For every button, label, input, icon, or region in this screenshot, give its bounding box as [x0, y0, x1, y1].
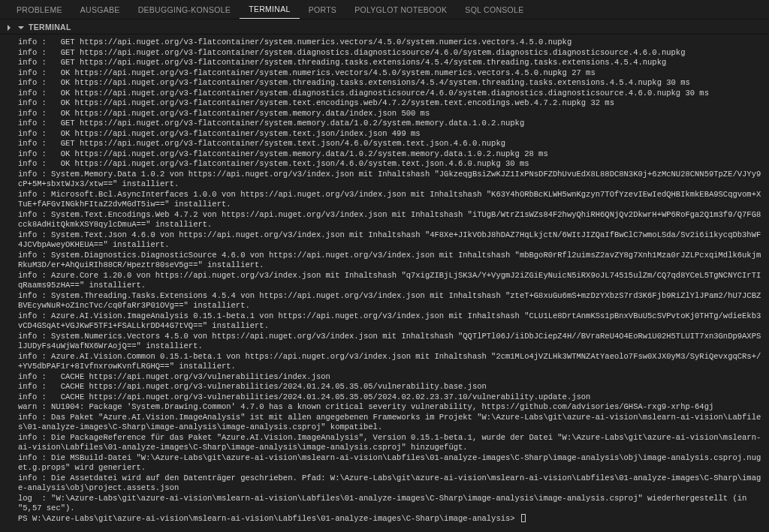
terminal-line: info : Azure.AI.Vision.Common 0.15.1-bet… [18, 352, 763, 372]
terminal-line: info : System.Threading.Tasks.Extensions… [18, 291, 763, 311]
terminal-prompt[interactable]: PS W:\Azure-Labs\git\azure-ai-vision\msl… [18, 514, 763, 524]
terminal-line: info : Die MSBuild-Datei "W:\Azure-Labs\… [18, 453, 763, 473]
terminal-line: info : System.Numerics.Vectors 4.5.0 von… [18, 332, 763, 352]
terminal-line: info : OK https://api.nuget.org/v3-flatc… [18, 129, 763, 140]
panel-tabbar: PROBLEME AUSGABE DEBUGGING-KONSOLE TERMI… [0, 0, 769, 20]
terminal-line: info : Azure.Core 1.20.0 von https://api… [18, 271, 763, 291]
terminal-line: info : OK https://api.nuget.org/v3-flatc… [18, 149, 763, 160]
terminal-line: info : System.Memory.Data 1.0.2 von http… [18, 170, 763, 190]
tab-output[interactable]: AUSGABE [71, 0, 129, 19]
tab-terminal[interactable]: TERMINAL [240, 0, 300, 19]
terminal-line: info : System.Text.Encodings.Web 4.7.2 v… [18, 210, 763, 230]
terminal-line: info : GET https://api.nuget.org/v3-flat… [18, 48, 763, 59]
terminal-line: info : GET https://api.nuget.org/v3-flat… [18, 58, 763, 68]
terminal-line: info : CACHE https://api.nuget.org/v3/vu… [18, 372, 763, 383]
terminal-line: info : OK https://api.nuget.org/v3-flatc… [18, 98, 763, 109]
terminal-line: info : GET https://api.nuget.org/v3-flat… [18, 38, 763, 48]
terminal-line: info : Azure.AI.Vision.ImageAnalysis 0.1… [18, 311, 763, 332]
terminal-line: info : OK https://api.nuget.org/v3-flatc… [18, 78, 763, 89]
terminal-line: info : GET https://api.nuget.org/v3-flat… [18, 119, 763, 129]
tab-sql-console[interactable]: SQL CONSOLE [456, 0, 532, 19]
terminal-line: info : OK https://api.nuget.org/v3-flatc… [18, 89, 763, 99]
tab-debug-console[interactable]: DEBUGGING-KONSOLE [129, 0, 240, 19]
terminal-line: warn : NU1904: Package 'System.Drawing.C… [18, 402, 763, 413]
terminal-line: info : System.Text.Json 4.6.0 von https:… [18, 230, 763, 251]
terminal-line: info : GET https://api.nuget.org/v3-flat… [18, 139, 763, 149]
chevron-down-icon [17, 23, 26, 32]
terminal-section-title: TERMINAL [29, 23, 71, 32]
terminal-line: info : Das Paket "Azure.AI.Vision.ImageA… [18, 413, 763, 433]
chevron-right-icon [5, 23, 14, 32]
tab-ports[interactable]: PORTS [300, 0, 345, 19]
terminal-line: info : System.Diagnostics.DiagnosticSour… [18, 251, 763, 271]
terminal-line: info : Die PackageReference für das Pake… [18, 433, 763, 453]
terminal-line: info : CACHE https://api.nuget.org/v3-vu… [18, 392, 763, 403]
terminal-line: info : Die Assetdatei wird auf den Daten… [18, 473, 763, 494]
terminal-line: info : CACHE https://api.nuget.org/v3-vu… [18, 382, 763, 392]
tab-problems[interactable]: PROBLEME [8, 0, 71, 19]
terminal-line: info : Microsoft.Bcl.AsyncInterfaces 1.0… [18, 190, 763, 210]
terminal-line: log : "W:\Azure-Labs\git\azure-ai-vision… [18, 494, 763, 514]
terminal-cursor [521, 514, 526, 522]
terminal-line: info : OK https://api.nuget.org/v3-flatc… [18, 109, 763, 119]
terminal-line: info : OK https://api.nuget.org/v3-flatc… [18, 68, 763, 79]
terminal-line: info : OK https://api.nuget.org/v3-flatc… [18, 159, 763, 170]
tab-polyglot-notebook[interactable]: POLYGLOT NOTEBOOK [345, 0, 456, 19]
terminal-output[interactable]: info : GET https://api.nuget.org/v3-flat… [0, 35, 769, 532]
terminal-section-header[interactable]: TERMINAL [0, 20, 769, 35]
